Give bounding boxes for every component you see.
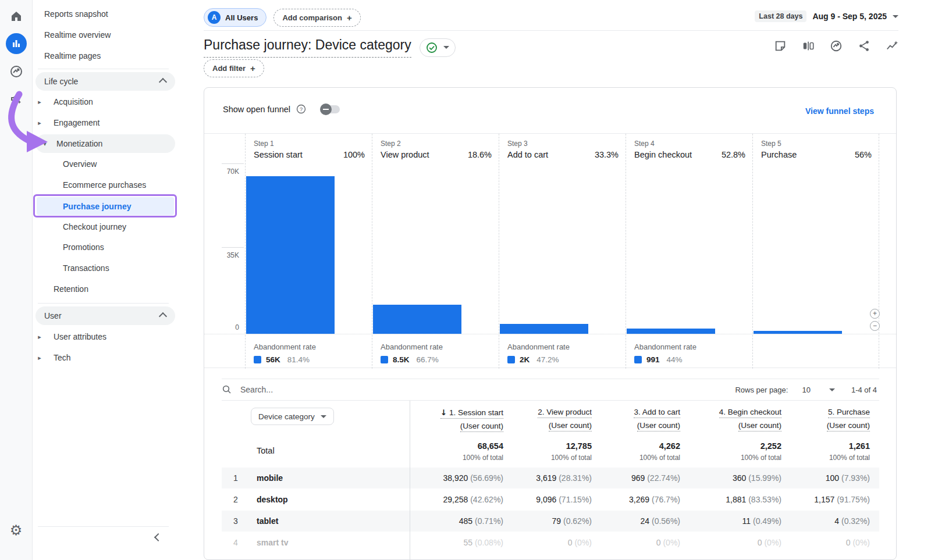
date-range-preset: Last 28 days — [755, 10, 806, 22]
search-input[interactable] — [240, 385, 415, 394]
chevron-down-icon[interactable] — [829, 388, 835, 391]
chevron-up-icon — [160, 311, 166, 321]
column-header-session-start[interactable]: ↓1. Session start (User count) — [410, 401, 513, 436]
divider — [38, 526, 169, 527]
step-percent: 100% — [343, 150, 365, 159]
chevron-down-icon — [893, 15, 898, 18]
step-name: Begin checkout — [634, 150, 692, 159]
sidebar-item-ecommerce-purchases[interactable]: Ecommerce purchases — [33, 176, 180, 194]
sort-descending-icon: ↓ — [440, 408, 447, 417]
show-open-funnel-toggle[interactable] — [320, 105, 340, 113]
ga4-app-window: ⚙ Reports snapshot Realtime overview Rea… — [0, 0, 931, 560]
expand-right-icon: ▸ — [33, 119, 46, 127]
column-header-view-product[interactable]: 2. View product (User count) — [513, 401, 601, 436]
legend-swatch — [381, 356, 388, 363]
legend-swatch — [507, 356, 515, 363]
table-row: 2 desktop 29,258 (42.62%) 9,096 (71.15%)… — [222, 488, 879, 510]
insights-icon[interactable] — [830, 40, 843, 52]
funnel-bar[interactable] — [627, 329, 715, 334]
check-circle-icon — [426, 42, 438, 53]
step-name: Add to cart — [507, 150, 548, 159]
help-icon[interactable]: ? — [296, 104, 306, 114]
sidebar-item-monetization[interactable]: ▾ Monetization — [35, 134, 175, 153]
rows-per-page-select[interactable]: 10 — [802, 386, 810, 394]
zoom-in-button[interactable]: + — [870, 309, 880, 319]
page-title: Purchase journey: Device category — [204, 37, 411, 58]
funnel-bar[interactable] — [754, 331, 842, 334]
plus-icon: + — [347, 13, 352, 23]
column-header-purchase[interactable]: 5. Purchase (User count) — [791, 401, 879, 436]
funnel-report-card: Show open funnel ? View funnel steps 70K… — [204, 87, 897, 560]
section-header-user[interactable]: User — [35, 306, 175, 325]
column-header-add-to-cart[interactable]: 3. Add to cart (User count) — [601, 401, 690, 436]
sidebar-item-overview[interactable]: Overview — [33, 155, 180, 173]
sidebar-item-acquisition[interactable]: ▸Acquisition — [33, 93, 180, 110]
sidebar-item-realtime-pages[interactable]: Realtime pages — [33, 47, 180, 65]
share-icon[interactable] — [858, 40, 870, 52]
sidebar: Reports snapshot Realtime overview Realt… — [33, 0, 180, 560]
sidebar-item-realtime-overview[interactable]: Realtime overview — [33, 26, 180, 44]
funnel-bar[interactable] — [373, 305, 461, 334]
expand-right-icon: ▸ — [33, 98, 46, 106]
sidebar-item-transactions[interactable]: Transactions — [33, 259, 180, 277]
funnel-bar[interactable] — [246, 176, 335, 334]
sidebar-item-reports-snapshot[interactable]: Reports snapshot — [33, 5, 180, 23]
section-header-life-cycle[interactable]: Life cycle — [35, 72, 175, 91]
view-funnel-steps-link[interactable]: View funnel steps — [805, 106, 874, 116]
all-users-chip[interactable]: A All Users — [204, 8, 266, 27]
column-divider — [410, 401, 410, 559]
sidebar-item-checkout-journey[interactable]: Checkout journey — [33, 218, 180, 236]
date-range-picker[interactable]: Last 28 days Aug 9 - Sep 5, 2025 — [755, 10, 898, 22]
nav-rail: ⚙ — [0, 0, 33, 560]
sidebar-item-promotions[interactable]: Promotions — [33, 238, 180, 256]
table-row: 1 mobile 38,920 (56.69%) 3,619 (28.31%) … — [222, 467, 879, 488]
pagination-range: 1-4 of 4 — [851, 386, 877, 394]
sidebar-item-engagement[interactable]: ▸Engagement — [33, 114, 180, 131]
chevron-up-icon — [160, 77, 166, 87]
home-icon[interactable] — [9, 9, 23, 23]
step-name: Session start — [254, 150, 303, 159]
advertising-icon[interactable] — [9, 92, 23, 106]
chevron-down-icon — [443, 46, 449, 49]
divider — [204, 30, 898, 31]
rows-per-page-label: Rows per page: — [735, 386, 788, 394]
plus-icon: + — [250, 63, 255, 73]
step-name: Purchase — [761, 150, 797, 159]
admin-gear-icon[interactable]: ⚙ — [10, 522, 23, 538]
expand-right-icon: ▸ — [33, 354, 46, 362]
funnel-bar[interactable] — [500, 324, 588, 334]
funnel-step-column: Step 1 Session start100% Abandonment rat… — [245, 134, 372, 369]
dimension-select-button[interactable]: Device category — [251, 408, 334, 425]
divider — [38, 69, 169, 69]
funnel-step-column: Step 2 View product18.6% Abandonment rat… — [372, 134, 499, 369]
funnel-step-column: Step 3 Add to cart33.3% Abandonment rate… — [499, 134, 626, 369]
zoom-out-button[interactable]: − — [870, 321, 880, 331]
collapse-sidebar-icon[interactable] — [155, 533, 161, 542]
reports-icon[interactable] — [6, 33, 27, 54]
breakdown-table: Rows per page: 10 1-4 of 4 Device catego… — [222, 379, 879, 559]
svg-text:?: ? — [300, 106, 303, 112]
comparison-icon[interactable] — [802, 40, 815, 52]
legend-swatch — [634, 356, 642, 363]
funnel-step-column: Step 5 Purchase56% — [752, 134, 879, 369]
sidebar-item-retention[interactable]: Retention — [33, 280, 180, 298]
sparkline-insights-icon[interactable] — [886, 40, 898, 52]
notes-icon[interactable] — [774, 40, 787, 52]
chevron-down-icon — [321, 415, 326, 418]
step-percent: 52.8% — [722, 150, 745, 159]
table-row: 4 smart tv 55 (0.08%) 0 (0%) 0 (0%) 0 (0… — [222, 532, 879, 553]
add-comparison-button[interactable]: Add comparison + — [273, 9, 360, 27]
step-percent: 33.3% — [595, 150, 619, 159]
show-open-funnel-label: Show open funnel — [223, 105, 290, 114]
sidebar-item-user-attributes[interactable]: ▸User attributes — [33, 328, 180, 345]
step-percent: 18.6% — [468, 150, 492, 159]
report-status-menu[interactable] — [420, 38, 456, 57]
total-label: Total — [222, 436, 410, 467]
sidebar-item-purchase-journey[interactable]: Purchase journey — [37, 197, 174, 215]
expand-down-icon: ▾ — [38, 140, 51, 148]
explore-icon[interactable] — [9, 65, 23, 79]
search-icon — [222, 384, 232, 395]
sidebar-item-tech[interactable]: ▸Tech — [33, 349, 180, 366]
column-header-begin-checkout[interactable]: 4. Begin checkout (User count) — [690, 401, 791, 436]
add-filter-button[interactable]: Add filter + — [204, 59, 264, 77]
